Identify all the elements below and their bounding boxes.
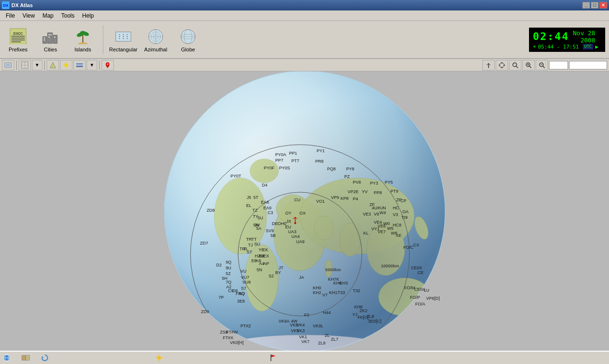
globe-svg <box>152 71 457 351</box>
zoom-input[interactable]: 1.0 <box>549 61 568 69</box>
window-title: DX Atlas <box>11 2 33 8</box>
toolbar2-sep3 <box>99 60 100 70</box>
terrain-button[interactable] <box>47 60 59 70</box>
svg-point-32 <box>127 38 128 39</box>
svg-point-25 <box>123 34 124 35</box>
main-toolbar: DXCC Prefixes <box>0 21 609 59</box>
svg-point-30 <box>119 38 120 39</box>
layer-button[interactable] <box>2 60 14 70</box>
status-flag-icon <box>269 353 278 363</box>
zoom-slider[interactable] <box>569 61 607 69</box>
svg-point-26 <box>127 34 128 35</box>
menu-help[interactable]: Help <box>79 11 98 20</box>
azimuthal-button[interactable]: Azimuthal <box>141 23 170 56</box>
rectangular-label: Rectangular <box>109 47 137 52</box>
islands-button[interactable]: Islands <box>69 23 97 56</box>
menu-file[interactable]: File <box>2 11 19 20</box>
maximize-button[interactable]: □ <box>591 2 599 9</box>
svg-rect-3 <box>11 38 25 39</box>
status-sun-icon <box>154 353 164 363</box>
svg-point-31 <box>123 38 124 39</box>
layers-dropdown[interactable]: ▼ <box>87 60 97 70</box>
play-icon: ▶ <box>595 44 599 50</box>
svg-point-48 <box>64 63 68 67</box>
islands-label: Islands <box>75 47 91 52</box>
zoom-in-btn[interactable] <box>522 60 535 70</box>
svg-point-91 <box>164 71 445 351</box>
svg-rect-12 <box>44 38 45 39</box>
rectangular-button[interactable]: Rectangular <box>109 23 138 56</box>
marker-button[interactable] <box>101 60 114 70</box>
sunrise-sunset: 05:44 - 17:51 <box>538 44 579 50</box>
window-controls: _ □ ✕ <box>582 2 607 9</box>
svg-rect-8 <box>53 35 57 43</box>
svg-rect-55 <box>76 66 83 67</box>
svg-rect-13 <box>44 39 45 40</box>
utc-label: UTC <box>583 44 593 49</box>
status-refresh-icon <box>40 353 50 363</box>
zoom-out-btn2[interactable] <box>536 60 548 70</box>
svg-point-21 <box>80 31 86 35</box>
svg-line-73 <box>543 66 545 68</box>
svg-point-28 <box>123 36 124 37</box>
svg-point-29 <box>127 36 128 37</box>
clock-year: 2008 <box>580 37 595 44</box>
sun-btn[interactable] <box>60 60 72 70</box>
svg-point-22 <box>78 42 88 44</box>
status-bar <box>0 351 609 364</box>
svg-rect-15 <box>50 34 51 35</box>
svg-rect-53 <box>76 63 83 64</box>
globe-label: Globe <box>181 47 195 52</box>
sun-icon: ☀ <box>533 44 536 50</box>
svg-point-27 <box>119 36 120 37</box>
grid-button[interactable] <box>19 60 31 70</box>
svg-rect-43 <box>6 64 10 67</box>
prefixes-button[interactable]: DXCC Prefixes <box>4 23 32 56</box>
clock-date: Nov 28 <box>573 30 595 37</box>
svg-line-67 <box>516 66 518 68</box>
svg-point-98 <box>294 222 296 224</box>
svg-line-69 <box>529 66 531 68</box>
svg-point-85 <box>430 305 441 325</box>
toolbar2-sep1 <box>16 60 17 70</box>
svg-rect-5 <box>11 41 21 42</box>
clock-display: 02:44 Nov 28 2008 ☀ 05:44 - 17:51 UTC ▶ <box>529 28 605 52</box>
menu-tools[interactable]: Tools <box>57 11 78 20</box>
map-area: PY0APP1PY1PP7PT7PR8PY0FPY0SPQ8PY8PY0TPZP… <box>0 71 609 351</box>
globe-button[interactable]: Globe <box>174 23 202 56</box>
close-button[interactable]: ✕ <box>599 2 607 9</box>
menu-view[interactable]: View <box>19 11 39 20</box>
svg-rect-14 <box>49 34 50 35</box>
clock-time: 02:44 <box>533 30 569 42</box>
cities-button[interactable]: Cities <box>36 23 65 56</box>
minimize-button[interactable]: _ <box>582 2 590 9</box>
svg-text:DXCC: DXCC <box>13 32 23 35</box>
layers-btn[interactable] <box>73 60 86 70</box>
rectangular-icon <box>114 27 133 46</box>
svg-point-107 <box>157 356 161 360</box>
crosshair-btn[interactable] <box>496 60 508 70</box>
secondary-toolbar: ▼ ▼ 1.0 <box>0 59 609 71</box>
svg-point-56 <box>107 63 109 65</box>
svg-rect-54 <box>76 65 83 66</box>
grid-dropdown[interactable]: ▼ <box>32 60 42 70</box>
globe-icon <box>179 27 198 46</box>
zoom-out-btn1[interactable] <box>509 60 521 70</box>
antenna-btn[interactable] <box>482 60 495 70</box>
svg-point-24 <box>119 34 120 35</box>
menu-map[interactable]: Map <box>39 11 57 20</box>
svg-marker-106 <box>42 356 44 358</box>
svg-rect-2 <box>11 36 25 37</box>
toolbar2-right: 1.0 <box>482 60 607 70</box>
status-grid-icon <box>21 353 30 363</box>
toolbar2-sep2 <box>44 60 45 70</box>
cities-icon <box>41 27 60 46</box>
cities-label: Cities <box>44 47 57 52</box>
islands-icon <box>73 27 92 46</box>
svg-rect-4 <box>11 39 25 40</box>
azimuthal-icon <box>146 27 165 46</box>
menu-bar: File View Map Tools Help <box>0 10 609 21</box>
svg-rect-16 <box>49 37 50 38</box>
svg-point-66 <box>513 63 517 67</box>
svg-marker-47 <box>50 62 56 68</box>
